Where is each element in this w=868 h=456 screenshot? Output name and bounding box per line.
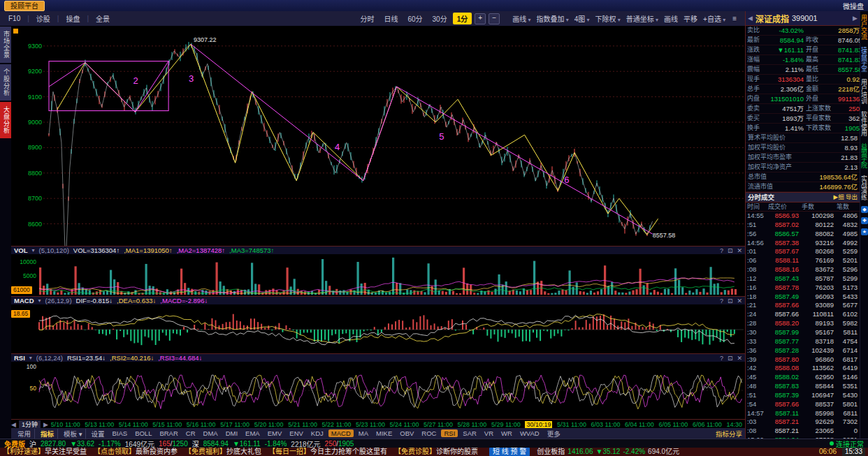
right-tab-实战演练[interactable]: 实战演练 <box>860 172 868 204</box>
period-1分[interactable]: 1分 <box>453 13 472 24</box>
tick-row[interactable]: 14:568587.38932164992 <box>746 239 860 248</box>
tick-row[interactable]: :458588.02629505146 <box>746 373 860 382</box>
indicator-tab-EMA[interactable]: EMA <box>243 429 263 437</box>
indicator-tab-设置[interactable]: 设置 <box>88 429 107 439</box>
ind-group-模板[interactable]: 模板 ▾ <box>60 429 86 439</box>
toolbar-指数叠加[interactable]: 指数叠加 ▾ <box>537 13 569 24</box>
tick-row[interactable]: :488587.83858445351 <box>746 382 860 391</box>
quote-row[interactable]: 最新8584.94昨收8746.05 <box>746 36 860 45</box>
help-icon[interactable]: ? <box>720 297 723 304</box>
indicator-tab-CR[interactable]: CR <box>183 429 198 437</box>
tick-table-controls[interactable]: ▶细 导出 <box>834 193 858 202</box>
tick-row[interactable]: :368587.281024396714 <box>746 346 860 355</box>
sidebar-tab-市场全景[interactable]: 市场全景 <box>0 27 11 63</box>
indicator-tab-OBV[interactable]: OBV <box>397 429 417 437</box>
ind-group-常用[interactable]: 常用 <box>14 429 35 439</box>
volume-chart[interactable]: 10000500061000 <box>11 254 745 296</box>
toolbar-4图[interactable]: 4图 ▾ <box>574 13 590 24</box>
scroll-left-icon[interactable]: ◀ <box>11 421 16 428</box>
news-item[interactable]: 【利好速递】早关注早受益 <box>3 448 91 456</box>
right-strip-icon-2[interactable]: ★ <box>861 228 868 235</box>
quote-row[interactable]: 委买1893万平盘家数362 <box>746 114 860 124</box>
quote-row[interactable]: 委卖4751万上涨家数250 <box>746 104 860 114</box>
period-30分[interactable]: 30分 <box>428 13 451 24</box>
maximize-icon[interactable]: ⊡ <box>728 297 733 304</box>
tick-row[interactable]: 14:558586.931002984806 <box>746 212 860 221</box>
macd-panel-header[interactable]: MACD▾(26,12,9)DIF=-0.815↓,DEA=0.633↓,MAC… <box>11 296 745 304</box>
period-日线[interactable]: 日线 <box>379 13 402 24</box>
tick-row[interactable]: :518587.391069475430 <box>746 391 860 400</box>
indicator-tab-MIKE[interactable]: MIKE <box>373 429 395 437</box>
indicator-tab-DMI[interactable]: DMI <box>223 429 240 437</box>
indicator-share-link[interactable]: 指标分享 <box>716 429 742 439</box>
toolbar-平移[interactable]: 平移 <box>683 13 697 24</box>
indicator-tab-ROC[interactable]: ROC <box>419 429 439 437</box>
sidebar-tab-大盘分析[interactable]: 大盘分析 <box>0 102 11 138</box>
toolbar-item-诊股[interactable]: 诊股 <box>32 13 55 24</box>
tick-row[interactable]: :088587.21230650 <box>746 427 860 436</box>
main-price-chart[interactable]: 9300920091009000890088008700860023456930… <box>11 27 745 246</box>
indicator-tab-DMA[interactable]: DMA <box>201 429 221 437</box>
tick-row[interactable]: :068588.11761695201 <box>746 256 860 265</box>
tick-row[interactable]: :308587.99951675811 <box>746 328 860 337</box>
tick-row[interactable]: :568586.57880824985 <box>746 230 860 239</box>
tick-row[interactable]: :428588.081135626419 <box>746 364 860 373</box>
right-tab-益盟学院[interactable]: 益盟学院 <box>860 140 868 172</box>
sidebar-tab-个股分析[interactable]: 个股分析 <box>0 64 11 101</box>
right-tab-用户交流[interactable]: 用户交流 <box>860 11 868 43</box>
tick-row[interactable]: :398587.80968606817 <box>746 355 860 365</box>
close-icon[interactable]: ✕ <box>737 355 742 362</box>
indicator-tab-更多[interactable]: 更多 <box>544 429 563 439</box>
scroll-right-icon[interactable]: ▶ <box>43 421 48 428</box>
next-stock-icon[interactable]: ▶ <box>853 15 858 22</box>
tick-row[interactable]: :518587.02801224832 <box>746 221 860 230</box>
tick-row[interactable]: :248587.661108116102 <box>746 310 860 319</box>
news-item[interactable]: 【免费福利】抄底大礼包 <box>185 448 266 456</box>
help-icon[interactable]: ? <box>720 247 723 254</box>
volume-panel-header[interactable]: VOL▾(5,10,120)VOL=3136304↑,MA1=1391050↑,… <box>11 246 745 254</box>
close-icon[interactable]: ✕ <box>737 297 742 304</box>
rsi-panel-header[interactable]: RSI▾(6,12,24)RSI1=23.54↓,RSI2=40.216↓,RS… <box>11 353 745 362</box>
chevron-down-icon[interactable]: ▾ <box>32 247 35 253</box>
chevron-down-icon[interactable]: ▾ <box>38 297 41 304</box>
toolbar-item-操盘[interactable]: 操盘 <box>62 13 84 24</box>
right-tab-软件使用[interactable]: 软件使用 <box>860 108 868 140</box>
tick-row[interactable]: :088588.16836725296 <box>746 265 860 274</box>
close-icon[interactable]: ✕ <box>737 247 742 254</box>
tick-row[interactable]: :288588.20891935982 <box>746 319 860 328</box>
tick-row[interactable]: :188587.49960935433 <box>746 293 860 302</box>
tick-row[interactable]: 14:578587.11859986811 <box>746 409 860 418</box>
quote-row[interactable]: 现手3136304量比0.92 <box>746 75 860 84</box>
indicator-tab-KDJ[interactable]: KDJ <box>308 429 326 437</box>
news-item[interactable]: 【每日一招】今日主力抢筹个股这里有 <box>268 448 391 456</box>
tick-row[interactable]: :338587.77837184754 <box>746 337 860 346</box>
toolbar-画线[interactable]: 画线 ▾ <box>512 13 530 24</box>
alert-button[interactable]: 短 线 预 警 <box>489 448 530 456</box>
menu-icon[interactable]: ≡ <box>728 15 741 22</box>
ind-group-指标[interactable]: 指标 <box>37 429 58 439</box>
zoom-in-button[interactable]: + <box>475 13 486 24</box>
indicator-tab-RSI[interactable]: RSI <box>441 429 458 437</box>
quote-row[interactable]: 总手2.306亿金额2218亿 <box>746 84 860 94</box>
rsi-title[interactable]: RSI <box>14 354 25 362</box>
indicator-tab-VR[interactable]: VR <box>482 429 496 437</box>
micro-trade-link[interactable]: 微操盘 <box>843 1 864 11</box>
vol-title[interactable]: VOL <box>14 247 28 254</box>
rsi-chart[interactable]: 10050 <box>11 362 745 419</box>
indicator-tab-WR[interactable]: WR <box>498 429 515 437</box>
period-selector[interactable]: 1分钟 <box>19 420 41 429</box>
toolbar-+自选[interactable]: +自选 ▾ <box>703 13 725 24</box>
zoom-out-button[interactable]: − <box>489 13 500 24</box>
maximize-icon[interactable]: ⊡ <box>728 247 733 254</box>
prev-stock-icon[interactable]: ◀ <box>748 15 753 22</box>
quote-row[interactable]: 涨幅-1.84%最高8741.83 <box>746 55 860 65</box>
indicator-tab-ENV[interactable]: ENV <box>287 429 306 437</box>
tick-row[interactable]: :548587.66885375801 <box>746 400 860 409</box>
advisor-platform-button[interactable]: 投顾平台 <box>4 1 45 11</box>
indicator-tab-SAR[interactable]: SAR <box>460 429 479 437</box>
indicator-tab-BOLL[interactable]: BOLL <box>132 429 154 437</box>
quote-row[interactable]: 换手1.41%下跌家数1905 <box>746 124 860 133</box>
right-strip-icon-1[interactable]: ✚ <box>861 217 868 224</box>
chevron-down-icon[interactable]: ▾ <box>29 355 32 361</box>
indicator-tab-BRAR[interactable]: BRAR <box>157 429 180 437</box>
